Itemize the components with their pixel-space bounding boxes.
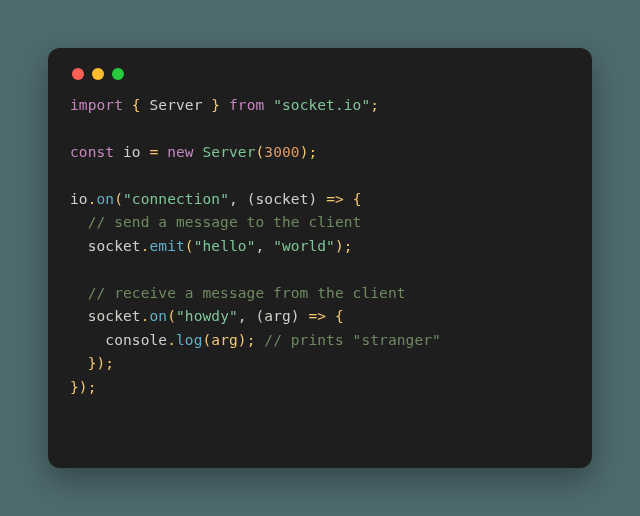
code-block: import { Server } from "socket.io"; cons… xyxy=(70,94,570,399)
keyword-import: import xyxy=(70,97,123,113)
window-titlebar xyxy=(70,66,570,94)
method-on: on xyxy=(97,191,115,207)
comment: // send a message to the client xyxy=(88,214,362,230)
class-name: Server xyxy=(203,144,256,160)
method-emit: emit xyxy=(149,238,184,254)
string-literal: "howdy" xyxy=(176,308,238,324)
string-literal: "connection" xyxy=(123,191,229,207)
number-literal: 3000 xyxy=(264,144,299,160)
code-window: import { Server } from "socket.io"; cons… xyxy=(48,48,592,468)
string-literal: "hello" xyxy=(194,238,256,254)
minimize-icon[interactable] xyxy=(92,68,104,80)
method-on: on xyxy=(149,308,167,324)
keyword-const: const xyxy=(70,144,114,160)
zoom-icon[interactable] xyxy=(112,68,124,80)
close-icon[interactable] xyxy=(72,68,84,80)
comment: // receive a message from the client xyxy=(88,285,406,301)
method-log: log xyxy=(176,332,203,348)
string-literal: "world" xyxy=(273,238,335,254)
comment: // prints "stranger" xyxy=(264,332,441,348)
keyword-from: from xyxy=(229,97,264,113)
string-literal: "socket.io" xyxy=(273,97,370,113)
keyword-new: new xyxy=(167,144,194,160)
